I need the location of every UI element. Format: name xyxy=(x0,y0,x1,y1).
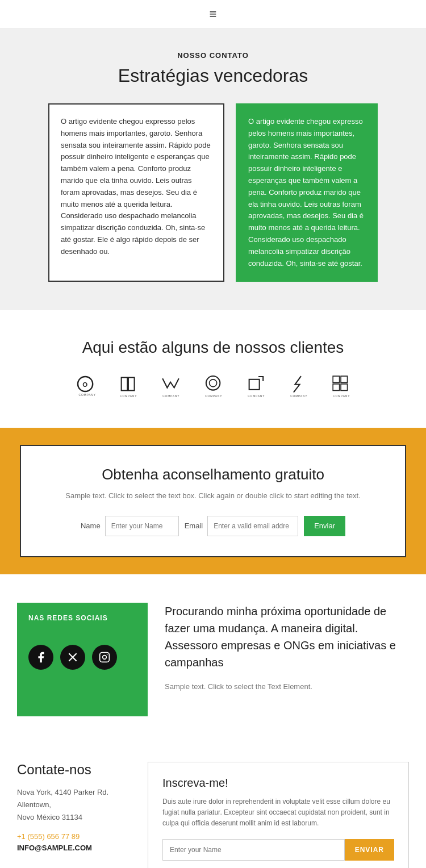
svg-text:COMPANY: COMPANY xyxy=(205,395,222,398)
inscreva-button[interactable]: ENVIAR xyxy=(345,839,394,861)
logo-item-1: O COMPANY xyxy=(73,374,98,399)
svg-point-20 xyxy=(107,654,108,655)
contate-section: Contate-nos Nova York, 4140 Parker Rd.Al… xyxy=(0,745,426,868)
hamburger-menu-icon[interactable]: ≡ xyxy=(210,7,217,22)
inscreva-name-input[interactable] xyxy=(162,839,345,861)
logo-item-2: COMPANY xyxy=(115,374,141,399)
redes-big-text: Procurando minha próxima oportunidade de… xyxy=(165,603,409,671)
logo-item-3: COMPANY xyxy=(158,374,183,399)
inscreva-form: ENVIAR xyxy=(162,839,394,861)
logo-item-6: COMPANY xyxy=(286,374,311,399)
svg-rect-16 xyxy=(341,384,347,390)
card-green-text: O artigo evidente chegou expresso pelos … xyxy=(248,116,365,269)
svg-rect-18 xyxy=(100,653,110,662)
inscreva-box: Inscreva-me! Duis aute irure dolor in re… xyxy=(148,762,409,868)
card-white: O artigo evidente chegou expresso pelos … xyxy=(48,103,224,282)
redes-box: NAS REDES SOCIAIS xyxy=(17,603,148,716)
nosso-contato-section: NOSSO CONTATO Estratégias vencedoras O a… xyxy=(0,28,426,310)
name-label: Name xyxy=(81,521,101,530)
aconselhamento-box: Obtenha aconselhamento gratuito Sample t… xyxy=(20,445,406,557)
inscreva-desc: Duis aute irure dolor in reprehenderit i… xyxy=(162,796,394,829)
redes-small-text: Sample text. Click to select the Text El… xyxy=(165,682,409,691)
email-text: INFO@SAMPLE.COM xyxy=(17,844,131,852)
svg-text:COMPANY: COMPANY xyxy=(333,395,350,398)
svg-text:COMPANY: COMPANY xyxy=(120,395,137,398)
card-green: O artigo evidente chegou expresso pelos … xyxy=(236,103,378,282)
logo-item-5: COMPANY xyxy=(243,374,269,399)
social-icons-row xyxy=(28,645,136,670)
name-input[interactable] xyxy=(105,516,179,536)
facebook-social-icon[interactable] xyxy=(28,645,53,670)
clientes-section: Aqui estão alguns de nossos clientes O C… xyxy=(0,310,426,428)
logos-row: O COMPANY COMPANY COMPANY COMPANY xyxy=(17,374,409,399)
aconselhamento-subtitle: Sample text. Click to select the text bo… xyxy=(44,490,382,502)
name-form-group: Name xyxy=(81,516,179,536)
logo-item-7: COMPANY xyxy=(328,374,354,399)
svg-rect-15 xyxy=(333,384,339,390)
instagram-social-icon[interactable] xyxy=(92,645,117,670)
svg-text:O: O xyxy=(82,381,87,388)
enviar-button[interactable]: Enviar xyxy=(304,516,345,536)
logo-item-4: COMPANY xyxy=(201,374,226,399)
clientes-title: Aqui estão alguns de nossos clientes xyxy=(17,339,409,357)
aconselhamento-title: Obtenha aconselhamento gratuito xyxy=(44,466,382,483)
cards-row: O artigo evidente chegou expresso pelos … xyxy=(17,103,409,282)
email-label: Email xyxy=(185,521,203,530)
aconselhamento-form: Name Email Enviar xyxy=(44,516,382,536)
contate-title: Contate-nos xyxy=(17,762,131,778)
svg-point-19 xyxy=(103,656,107,660)
twitter-social-icon[interactable] xyxy=(60,645,85,670)
contate-left: Contate-nos Nova York, 4140 Parker Rd.Al… xyxy=(17,762,131,852)
inscreva-title: Inscreva-me! xyxy=(162,777,394,790)
svg-text:COMPANY: COMPANY xyxy=(78,394,95,397)
phone-text: +1 (555) 656 77 89 xyxy=(17,832,131,841)
redes-text: Procurando minha próxima oportunidade de… xyxy=(165,603,409,691)
svg-point-7 xyxy=(206,376,220,390)
svg-text:COMPANY: COMPANY xyxy=(290,395,307,398)
svg-rect-13 xyxy=(333,376,339,382)
nosso-contato-label: NOSSO CONTATO xyxy=(17,51,409,60)
card-white-text: O artigo evidente chegou expresso pelos … xyxy=(61,116,212,258)
address-text: Nova York, 4140 Parker Rd.Allentown,Novo… xyxy=(17,786,131,824)
header: ≡ xyxy=(0,0,426,28)
svg-point-8 xyxy=(209,379,216,387)
svg-rect-10 xyxy=(249,379,259,390)
redes-title: NAS REDES SOCIAIS xyxy=(28,614,136,622)
svg-text:COMPANY: COMPANY xyxy=(162,395,179,398)
email-input[interactable] xyxy=(207,516,298,536)
redes-section: NAS REDES SOCIAIS Procurando xyxy=(0,574,426,745)
svg-text:COMPANY: COMPANY xyxy=(248,395,265,398)
svg-rect-3 xyxy=(121,378,127,391)
svg-rect-14 xyxy=(341,376,347,382)
svg-rect-4 xyxy=(128,378,134,391)
aconselhamento-section: Obtenha aconselhamento gratuito Sample t… xyxy=(0,428,426,574)
nosso-contato-title: Estratégias vencedoras xyxy=(17,65,409,86)
email-form-group: Email xyxy=(185,516,299,536)
